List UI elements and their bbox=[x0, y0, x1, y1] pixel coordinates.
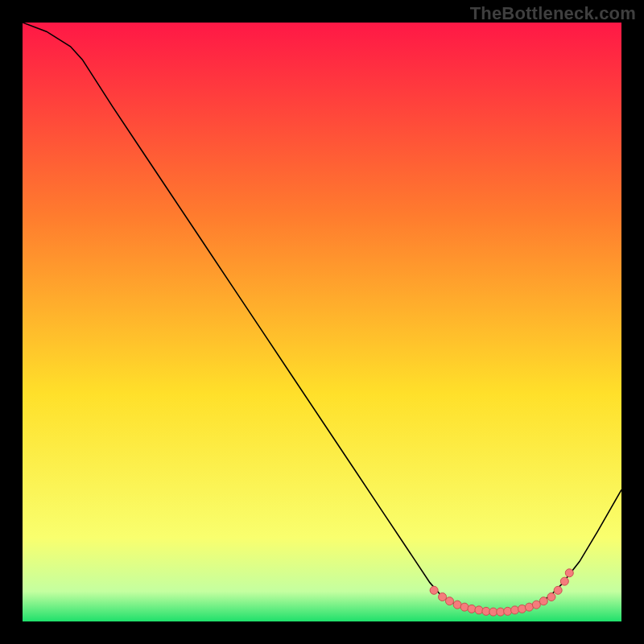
marker-dot bbox=[468, 605, 476, 613]
marker-dot bbox=[430, 586, 438, 594]
marker-dot bbox=[439, 593, 447, 601]
plot-area bbox=[23, 23, 621, 621]
marker-dot bbox=[565, 569, 573, 577]
marker-dot bbox=[445, 597, 453, 605]
marker-dot bbox=[547, 593, 555, 601]
marker-dot bbox=[511, 606, 519, 614]
marker-dot bbox=[554, 586, 562, 594]
chart-frame: TheBottleneck.com bbox=[0, 0, 644, 644]
watermark-text: TheBottleneck.com bbox=[470, 3, 636, 24]
marker-dot bbox=[475, 606, 483, 614]
gradient-background bbox=[23, 23, 621, 621]
marker-dot bbox=[460, 603, 469, 611]
chart-svg bbox=[23, 23, 621, 621]
marker-dot bbox=[518, 605, 526, 613]
marker-dot bbox=[532, 601, 540, 609]
marker-dot bbox=[539, 597, 547, 605]
marker-dot bbox=[504, 607, 512, 615]
marker-dot bbox=[560, 577, 568, 585]
